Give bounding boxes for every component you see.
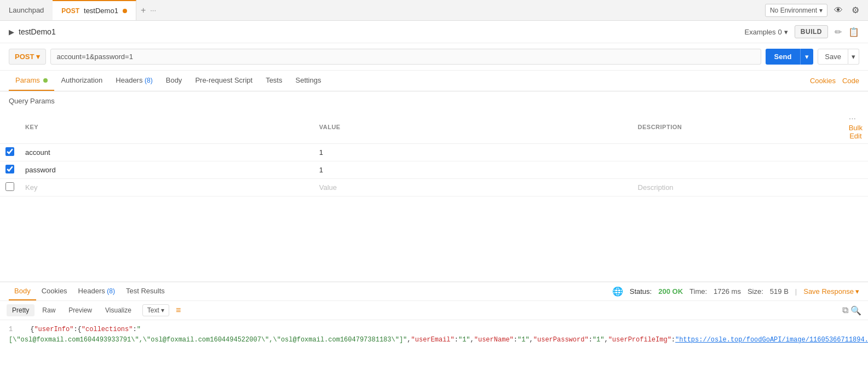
top-bar: Launchpad POST testDemo1 + ··· No Enviro…: [0, 0, 868, 21]
tab-body[interactable]: Body: [159, 71, 189, 91]
code-content: {"userInfo":{"collections":"[\"osl@foxma…: [9, 326, 868, 344]
environment-selector[interactable]: No Environment ▾: [765, 4, 827, 17]
col-actions-header: ··· Bulk Edit: [843, 111, 868, 144]
send-dropdown-button[interactable]: ▾: [800, 49, 813, 65]
wrap-icon[interactable]: ≡: [176, 305, 181, 315]
info-icon[interactable]: 📋: [848, 27, 859, 37]
examples-count: 0: [778, 28, 782, 36]
status-label: Status:: [630, 287, 652, 296]
method-selector[interactable]: POST ▾: [9, 49, 46, 65]
env-label: No Environment: [770, 7, 817, 14]
format-type-selector[interactable]: Text ▾: [142, 304, 169, 316]
save-button-group: Save ▾: [818, 49, 859, 65]
send-button-group: Send ▾: [766, 49, 814, 65]
search-icon[interactable]: 🔍: [850, 305, 861, 316]
profile-icon[interactable]: ⚙: [849, 3, 861, 18]
bulk-edit-button[interactable]: Bulk Edit: [849, 124, 863, 140]
row2-key[interactable]: password: [20, 161, 314, 179]
fmt-tab-visualize[interactable]: Visualize: [100, 304, 137, 316]
tab-settings[interactable]: Settings: [289, 71, 327, 91]
tab-method-label: POST: [61, 7, 79, 15]
save-button[interactable]: Save: [818, 49, 848, 65]
globe-icon: 🌐: [612, 286, 623, 297]
col-value-header: VALUE: [314, 111, 633, 144]
tab-prerequest[interactable]: Pre-request Script: [188, 71, 259, 91]
query-params-title: Query Params: [0, 91, 868, 111]
code-line-1: 1 {"userInfo":{"collections":"[\"osl@fox…: [9, 325, 859, 345]
tab-authorization[interactable]: Authorization: [54, 71, 109, 91]
more-tabs-icon[interactable]: ···: [150, 6, 156, 14]
tab-name-label: testDemo1: [84, 7, 118, 15]
resp-tab-cookies[interactable]: Cookies: [36, 282, 73, 300]
add-tab-icon[interactable]: +: [141, 5, 146, 15]
col-key-header: KEY: [20, 111, 314, 144]
collection-title: testDemo1: [19, 27, 56, 36]
params-active-badge: [43, 78, 48, 83]
row1-key[interactable]: account: [20, 144, 314, 161]
right-links: Cookies Code: [810, 77, 859, 85]
tab-modified-dot: [123, 9, 127, 13]
resp-tab-body[interactable]: Body: [9, 282, 36, 300]
row1-checkbox[interactable]: [5, 147, 14, 156]
eye-icon[interactable]: 👁: [832, 3, 845, 18]
row2-value[interactable]: 1: [314, 161, 633, 179]
size-value: 519 B: [770, 287, 789, 296]
new-key-input[interactable]: Key: [20, 179, 314, 196]
row-new-checkbox[interactable]: [5, 182, 14, 191]
response-meta: 🌐 Status: 200 OK Time: 1726 ms Size: 519…: [612, 286, 859, 297]
format-tabs: Pretty Raw Preview Visualize Text ▾ ≡ ⧉ …: [0, 301, 868, 320]
resp-tab-headers[interactable]: Headers (8): [73, 282, 120, 300]
tab-params[interactable]: Params: [9, 71, 54, 91]
copy-icon[interactable]: ⧉: [842, 305, 848, 315]
new-desc-input[interactable]: Description: [633, 179, 843, 196]
new-value-input[interactable]: Value: [314, 179, 633, 196]
send-button[interactable]: Send: [766, 49, 801, 65]
cookies-link[interactable]: Cookies: [810, 77, 836, 85]
col-desc-header: DESCRIPTION: [633, 111, 843, 144]
title-right-controls: Examples 0 ▾ BUILD ✏ 📋: [745, 25, 859, 38]
examples-button[interactable]: Examples 0 ▾: [745, 28, 788, 36]
method-arrow-icon: ▾: [36, 53, 40, 61]
active-tab[interactable]: POST testDemo1: [53, 0, 136, 20]
table-row: password 1: [0, 161, 868, 179]
save-response-button[interactable]: Save Response ▾: [803, 287, 859, 296]
tab-actions: + ···: [136, 5, 160, 15]
edit-icon[interactable]: ✏: [835, 27, 842, 37]
url-input[interactable]: [50, 49, 761, 65]
response-tabs: Body Cookies Headers (8) Test Results 🌐 …: [0, 282, 868, 301]
row1-value[interactable]: 1: [314, 144, 633, 161]
save-dropdown-button[interactable]: ▾: [848, 49, 859, 65]
row1-desc[interactable]: [633, 144, 843, 161]
table-row-new: Key Value Description: [0, 179, 868, 196]
table-row: account 1: [0, 144, 868, 161]
collapse-arrow-icon[interactable]: ▶: [9, 28, 14, 36]
table-options-button[interactable]: ···: [849, 114, 856, 124]
tab-tests[interactable]: Tests: [259, 71, 289, 91]
title-bar: ▶ testDemo1 Examples 0 ▾ BUILD ✏ 📋: [0, 21, 868, 43]
fmt-tab-pretty[interactable]: Pretty: [7, 304, 35, 316]
format-type-arrow-icon: ▾: [161, 306, 164, 314]
request-tabs: Params Authorization Headers (8) Body Pr…: [0, 71, 868, 91]
row2-desc[interactable]: [633, 161, 843, 179]
resp-tab-test-results[interactable]: Test Results: [120, 282, 170, 300]
time-value: 1726 ms: [714, 287, 741, 296]
method-label: POST: [15, 53, 34, 61]
params-table: KEY VALUE DESCRIPTION ··· Bulk Edit acco…: [0, 111, 868, 196]
divider: |: [795, 287, 797, 296]
url-bar: POST ▾ Send ▾ Save ▾: [0, 43, 868, 71]
fmt-tab-raw[interactable]: Raw: [37, 304, 61, 316]
row2-checkbox[interactable]: [5, 165, 14, 173]
params-section: Query Params KEY VALUE DESCRIPTION ··· B…: [0, 91, 868, 281]
status-value: 200 OK: [658, 287, 683, 296]
build-button[interactable]: BUILD: [795, 25, 828, 38]
line-number-1: 1: [9, 325, 20, 335]
fmt-tab-preview[interactable]: Preview: [63, 304, 97, 316]
time-label: Time:: [689, 287, 707, 296]
examples-arrow-icon: ▾: [784, 28, 788, 36]
code-link[interactable]: Code: [842, 77, 859, 85]
examples-label: Examples: [745, 28, 776, 36]
format-type-label: Text: [147, 306, 159, 314]
response-section: Body Cookies Headers (8) Test Results 🌐 …: [0, 281, 868, 388]
launchpad-tab[interactable]: Launchpad: [0, 0, 53, 20]
tab-headers[interactable]: Headers (8): [109, 71, 159, 91]
